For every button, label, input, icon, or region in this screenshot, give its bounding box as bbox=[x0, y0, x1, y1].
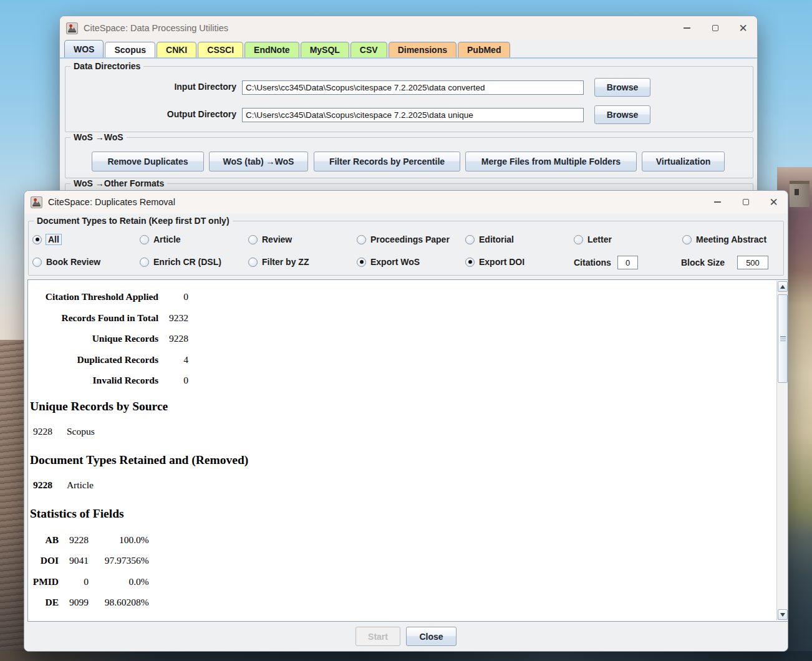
radio-export-wos-label: Export WoS bbox=[370, 257, 420, 267]
duplicates-removal-dialog: CiteSpace: Duplicates Removal ✕ Document… bbox=[24, 190, 788, 652]
tab-pubmed[interactable]: PubMed bbox=[458, 42, 510, 57]
wos-to-wos-group: WoS →WoS Remove Duplicates WoS (tab) →Wo… bbox=[65, 137, 753, 178]
tab-csv[interactable]: CSV bbox=[350, 42, 387, 57]
results-log: Citation Threshold Applied 0 Records Fou… bbox=[28, 280, 788, 613]
minimize-icon bbox=[684, 27, 690, 29]
minimize-icon bbox=[714, 201, 721, 203]
close-button[interactable]: ✕ bbox=[729, 16, 757, 40]
wallpaper-hut bbox=[790, 181, 810, 207]
dialog-maximize-button[interactable] bbox=[732, 191, 760, 213]
output-directory-field[interactable] bbox=[242, 108, 584, 122]
scroll-up-button[interactable] bbox=[778, 281, 788, 292]
radio-meeting-abstract[interactable]: Meeting Abstract bbox=[682, 233, 766, 246]
field-row: PMID 0 0.0% bbox=[30, 571, 773, 592]
radio-editorial[interactable]: Editorial bbox=[465, 233, 514, 246]
tab-cnki[interactable]: CNKI bbox=[157, 42, 196, 57]
summary-label: Citation Threshold Applied bbox=[30, 286, 158, 307]
radio-icon bbox=[682, 235, 692, 244]
scrollbar-thumb[interactable] bbox=[778, 294, 788, 383]
sources-heading: Unique Records by Source bbox=[30, 400, 773, 413]
citations-label: Citations bbox=[574, 258, 611, 268]
dialog-title: CiteSpace: Duplicates Removal bbox=[48, 197, 175, 207]
summary-row: Duplicated Records 4 bbox=[30, 349, 773, 370]
dialog-titlebar[interactable]: CiteSpace: Duplicates Removal ✕ bbox=[24, 191, 788, 213]
scroll-down-button[interactable] bbox=[778, 609, 788, 620]
wos-to-wos-label: WoS →WoS bbox=[70, 132, 127, 142]
tab-mysql[interactable]: MySQL bbox=[301, 42, 349, 57]
vertical-scrollbar[interactable] bbox=[776, 281, 788, 620]
source-name: Scopus bbox=[67, 426, 95, 437]
radio-icon bbox=[574, 235, 583, 244]
output-directory-label: Output Directory bbox=[65, 109, 236, 119]
start-button[interactable]: Start bbox=[355, 627, 400, 646]
source-count: 9228 bbox=[33, 426, 58, 437]
field-percent: 100.0% bbox=[91, 529, 149, 551]
summary-row: Invalid Records 0 bbox=[30, 370, 773, 391]
hut-window bbox=[795, 189, 799, 195]
document-types-label: Document Types to Retain (Keep first DT … bbox=[34, 216, 233, 226]
dialog-minimize-button[interactable] bbox=[703, 191, 732, 213]
radio-article[interactable]: Article bbox=[140, 233, 181, 246]
main-titlebar[interactable]: CiteSpace: Data Processing Utilities ✕ bbox=[60, 16, 757, 40]
radio-article-label: Article bbox=[153, 234, 181, 244]
results-log-panel[interactable]: Citation Threshold Applied 0 Records Fou… bbox=[27, 279, 788, 622]
citations-field[interactable] bbox=[617, 256, 638, 269]
wos-other-formats-label: WoS →Other Formats bbox=[70, 178, 167, 188]
radio-export-wos[interactable]: Export WoS bbox=[357, 255, 420, 269]
maximize-icon bbox=[712, 25, 718, 31]
maximize-button[interactable] bbox=[701, 16, 729, 40]
input-browse-button[interactable]: Browse bbox=[594, 78, 650, 97]
doctype-row: 9228 Article bbox=[30, 480, 773, 491]
radio-icon bbox=[32, 235, 42, 244]
block-size-field[interactable] bbox=[737, 256, 768, 269]
radio-filter-by-zz-label: Filter by ZZ bbox=[262, 257, 309, 267]
radio-review-label: Review bbox=[262, 234, 292, 244]
radio-proceedings-paper[interactable]: Proceedings Paper bbox=[357, 233, 450, 246]
radio-icon bbox=[248, 258, 258, 267]
radio-all[interactable]: All bbox=[32, 233, 61, 246]
output-browse-button[interactable]: Browse bbox=[594, 105, 650, 124]
tab-cssci[interactable]: CSSCI bbox=[198, 42, 243, 57]
radio-icon bbox=[465, 258, 475, 267]
radio-review[interactable]: Review bbox=[248, 233, 292, 246]
radio-book-review[interactable]: Book Review bbox=[32, 255, 100, 269]
dialog-close-button[interactable]: ✕ bbox=[760, 191, 788, 213]
radio-filter-by-zz[interactable]: Filter by ZZ bbox=[248, 255, 309, 269]
source-row: 9228 Scopus bbox=[30, 426, 773, 437]
virtualization-button[interactable]: Virtualization bbox=[642, 152, 725, 171]
input-directory-label: Input Directory bbox=[65, 82, 236, 92]
scrollbar-grip-icon bbox=[780, 336, 786, 341]
summary-label: Invalid Records bbox=[30, 370, 158, 391]
field-percent: 98.60208% bbox=[91, 592, 149, 613]
field-count: 0 bbox=[61, 571, 89, 592]
output-directory-row: Output Directory Browse bbox=[65, 105, 753, 124]
tab-dimensions[interactable]: Dimensions bbox=[389, 42, 457, 57]
radio-letter-label: Letter bbox=[587, 234, 612, 244]
input-directory-row: Input Directory Browse bbox=[65, 78, 753, 97]
merge-files-button[interactable]: Merge Files from Multiple Folders bbox=[465, 152, 637, 171]
field-count: 9099 bbox=[61, 592, 89, 613]
radio-export-doi[interactable]: Export DOI bbox=[465, 255, 524, 269]
tab-wos[interactable]: WOS bbox=[64, 40, 104, 57]
remove-duplicates-button[interactable]: Remove Duplicates bbox=[92, 152, 204, 171]
tab-scopus[interactable]: Scopus bbox=[105, 42, 155, 57]
tab-endnote[interactable]: EndNote bbox=[244, 42, 299, 57]
wos-tab-to-wos-button[interactable]: WoS (tab) →WoS bbox=[209, 152, 308, 171]
radio-export-doi-label: Export DOI bbox=[479, 257, 524, 267]
close-dialog-button[interactable]: Close bbox=[406, 627, 457, 646]
summary-row: Citation Threshold Applied 0 bbox=[30, 286, 773, 307]
chevron-down-icon bbox=[780, 613, 785, 617]
data-directories-group: Data Directories Input Directory Browse … bbox=[65, 66, 753, 132]
fields-stats: AB 9228 100.0% DOI 9041 97.97356% PMID 0 bbox=[30, 529, 773, 613]
summary-value: 9228 bbox=[161, 328, 188, 349]
radio-enrich-cr[interactable]: Enrich CR (DSL) bbox=[140, 255, 221, 269]
block-size-label: Block Size bbox=[681, 258, 725, 268]
summary-label: Duplicated Records bbox=[30, 349, 158, 370]
radio-letter[interactable]: Letter bbox=[574, 233, 612, 246]
maximize-icon bbox=[743, 199, 749, 205]
source-tabstrip: WOS Scopus CNKI CSSCI EndNote MySQL CSV … bbox=[60, 40, 757, 57]
field-count: 9228 bbox=[61, 529, 89, 551]
input-directory-field[interactable] bbox=[242, 80, 584, 95]
minimize-button[interactable] bbox=[673, 16, 701, 40]
filter-records-by-percentile-button[interactable]: Filter Records by Percentile bbox=[314, 152, 460, 171]
